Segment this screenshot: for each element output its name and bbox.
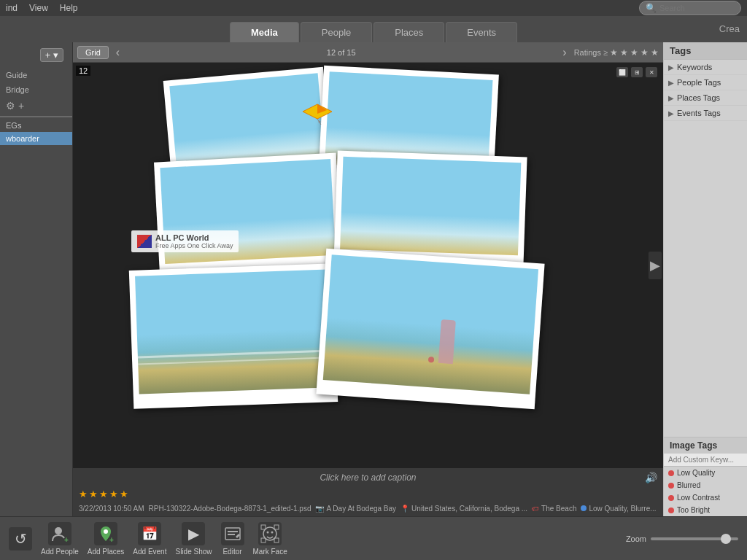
slide-show-label: Slide Show	[175, 548, 212, 556]
tag-keywords[interactable]: ▶ Keywords	[664, 60, 747, 75]
sidebar-divider	[0, 116, 72, 117]
right-sidebar: Tags ▶ Keywords ▶ People Tags ▶ Places T…	[663, 42, 747, 516]
editor-label: Editor	[222, 548, 241, 556]
next-arrow[interactable]: ›	[560, 46, 569, 59]
tab-bar: Media People Places Events Crea	[0, 16, 747, 42]
slide-show-icon: ▶	[182, 522, 205, 545]
mark-face-icon	[258, 522, 282, 545]
sidebar-item-egs[interactable]: EGs	[0, 119, 72, 132]
svg-rect-15	[274, 525, 279, 529]
add-people-button[interactable]: + Add People	[41, 522, 79, 556]
tab-events[interactable]: Events	[446, 22, 517, 42]
sidebar-icons: ⚙ +	[0, 97, 72, 114]
rating-star-5[interactable]: ★	[120, 489, 128, 499]
add-event-icon: 📅	[138, 522, 161, 545]
svg-rect-10	[228, 534, 235, 535]
keyword-input[interactable]	[664, 454, 747, 467]
image-tags-section: Image Tags Low Quality Blurred Low Contr…	[664, 437, 747, 516]
watermark-subtitle: Free Apps One Click Away	[155, 242, 233, 249]
gear-icon[interactable]: ⚙	[6, 100, 15, 112]
tag-location: 📍 United States, California, Bodega ...	[400, 505, 527, 513]
tab-people[interactable]: People	[301, 22, 372, 42]
rating-bar: ★ ★ ★ ★ ★	[73, 487, 663, 500]
star-2[interactable]: ★	[620, 47, 628, 58]
add-event-button[interactable]: 📅 Add Event	[133, 522, 166, 556]
svg-text:+: +	[109, 536, 114, 544]
prev-arrow[interactable]: ‹	[113, 46, 123, 59]
svg-text:+: +	[64, 536, 69, 544]
editor-icon	[221, 522, 244, 545]
mark-face-label: Mark Face	[253, 548, 287, 556]
tag-arrow-icon-3: ▶	[668, 94, 674, 102]
bottom-toolbar: ↺ + Add People + Add Places 📅 Add Event …	[0, 516, 747, 560]
search-icon: 🔍	[646, 3, 657, 13]
image-tag-blurred: Blurred	[664, 479, 747, 491]
star-4[interactable]: ★	[640, 47, 649, 58]
sidebar-bridge[interactable]: Bridge	[0, 82, 72, 97]
rotate-button[interactable]: ↺	[9, 527, 32, 551]
collage-photo-3[interactable]	[154, 153, 342, 279]
photo-count: 12 of 15	[127, 48, 555, 57]
svg-rect-9	[228, 531, 238, 532]
add-people-icon: +	[48, 522, 71, 545]
collage-photo-6[interactable]	[316, 249, 544, 409]
rating-star-3[interactable]: ★	[99, 489, 108, 499]
editor-button[interactable]: Editor	[221, 522, 244, 556]
main-layout: + ▾ Guide Bridge ⚙ + EGs wboarder Grid ‹…	[0, 42, 747, 516]
center-area: Grid ‹ 12 of 15 › Ratings ≥ ★ ★ ★ ★ ★ 12…	[73, 42, 663, 516]
menu-bar: ind View Help 🔍	[0, 0, 747, 16]
tag-places-tags[interactable]: ▶ Places Tags	[664, 90, 747, 106]
zoom-thumb[interactable]	[721, 534, 731, 544]
svg-rect-16	[261, 538, 266, 542]
tab-places[interactable]: Places	[374, 22, 444, 42]
grid-tab[interactable]: Grid	[77, 46, 109, 59]
add-event-label: Add Event	[133, 548, 166, 556]
tag-people-tags[interactable]: ▶ People Tags	[664, 75, 747, 90]
zoom-area: Zoom	[626, 534, 738, 543]
tag-arrow-icon-4: ▶	[668, 109, 674, 117]
canvas-right-arrow[interactable]: ▶	[649, 252, 662, 279]
search-bar: 🔍	[639, 1, 741, 15]
star-3[interactable]: ★	[630, 47, 638, 58]
tab-media[interactable]: Media	[230, 22, 299, 42]
photo-icon-1[interactable]: ⬜	[616, 67, 628, 77]
svg-point-3	[319, 121, 321, 123]
mark-face-button[interactable]: Mark Face	[253, 522, 287, 556]
ratings-area: Ratings ≥ ★ ★ ★ ★ ★	[574, 47, 659, 58]
tag-album: 📷 A Day At Bodega Bay	[315, 505, 396, 513]
sidebar-item-wboarder[interactable]: wboarder	[0, 132, 72, 145]
tags-header: Tags	[664, 42, 747, 60]
svg-point-12	[267, 531, 269, 533]
caption-text[interactable]: Click here to add caption	[320, 472, 416, 483]
rating-star-2[interactable]: ★	[89, 489, 98, 499]
photo-date: 3/22/2013 10:50 AM	[79, 505, 144, 513]
rating-star-1[interactable]: ★	[79, 489, 88, 499]
collage-photo-5[interactable]	[129, 263, 338, 409]
photo-icon-2[interactable]: ⊞	[631, 67, 643, 77]
star-5[interactable]: ★	[651, 47, 659, 58]
tag-beach: 🏷 The Beach	[532, 505, 576, 513]
add-places-button[interactable]: + Add Places	[88, 522, 125, 556]
ratings-label: Ratings	[574, 48, 601, 57]
volume-icon[interactable]: 🔊	[645, 472, 657, 483]
image-tag-low-contrast: Low Contrast	[664, 491, 747, 504]
menu-ind[interactable]: ind	[6, 3, 18, 13]
crea-button[interactable]: Crea	[712, 20, 747, 37]
menu-help[interactable]: Help	[60, 3, 78, 13]
add-places-label: Add Places	[88, 548, 125, 556]
slide-show-button[interactable]: ▶ Slide Show	[175, 522, 212, 556]
photo-icon-3[interactable]: ✕	[646, 67, 657, 77]
menu-view[interactable]: View	[29, 3, 48, 13]
plus-icon[interactable]: +	[18, 100, 24, 112]
svg-point-13	[271, 531, 274, 533]
tag-events-tags[interactable]: ▶ Events Tags	[664, 106, 747, 121]
search-input[interactable]	[659, 4, 732, 12]
rotate-icon: ↺	[9, 527, 32, 551]
photo-top-icons: ⬜ ⊞ ✕	[616, 67, 657, 77]
star-1[interactable]: ★	[610, 47, 618, 58]
rating-star-4[interactable]: ★	[109, 489, 118, 499]
zoom-slider[interactable]	[651, 537, 738, 540]
svg-point-4	[55, 527, 62, 534]
add-button[interactable]: + ▾	[40, 48, 63, 62]
photo-canvas: 12 ⬜ ⊞ ✕	[73, 63, 663, 468]
